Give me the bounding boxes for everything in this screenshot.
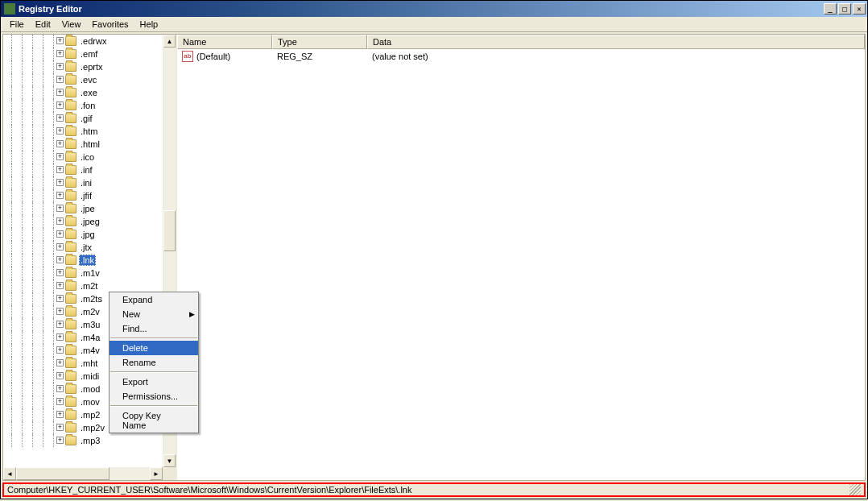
context-item-find[interactable]: Find...	[110, 321, 198, 336]
tree-node-label[interactable]: .mp2	[79, 410, 101, 420]
tree-node[interactable]: +.emf	[3, 48, 163, 60]
tree-node-label[interactable]: .midi	[79, 371, 101, 381]
expand-icon[interactable]: +	[56, 63, 64, 70]
tree-node-label[interactable]: .inf	[79, 165, 94, 175]
expand-icon[interactable]: +	[56, 114, 64, 122]
context-item-new[interactable]: New▶	[110, 307, 198, 321]
expand-icon[interactable]: +	[56, 89, 64, 96]
tree-node-label[interactable]: .m4v	[79, 346, 101, 355]
tree-node[interactable]: +.mp3	[3, 434, 163, 447]
tree-node-label[interactable]: .edrwx	[79, 36, 108, 46]
tree-node[interactable]: +.evc	[3, 73, 163, 86]
expand-icon[interactable]: +	[56, 50, 64, 57]
tree-node-label[interactable]: .jpe	[79, 204, 97, 213]
tree-node[interactable]: +.jpe	[3, 202, 163, 215]
tree-node[interactable]: +.fon	[3, 99, 163, 112]
context-item-permissions[interactable]: Permissions...	[110, 389, 198, 404]
tree-scrollbar-horizontal[interactable]: ◄ ►	[3, 467, 163, 480]
tree-node-label[interactable]: .fon	[79, 101, 97, 110]
tree-node-label[interactable]: .mov	[79, 397, 101, 407]
expand-icon[interactable]: +	[56, 269, 64, 276]
expand-icon[interactable]: +	[56, 372, 64, 379]
tree-node[interactable]: +.ico	[3, 151, 163, 164]
expand-icon[interactable]: +	[56, 385, 64, 392]
tree-node[interactable]: +.jtx	[3, 241, 163, 254]
menu-edit[interactable]: Edit	[30, 18, 56, 31]
tree-node-label[interactable]: .m2t	[79, 281, 99, 291]
tree-node-label[interactable]: .mht	[79, 358, 99, 368]
context-item-expand[interactable]: Expand	[110, 292, 198, 307]
expand-icon[interactable]: +	[56, 243, 64, 250]
expand-icon[interactable]: +	[56, 205, 64, 212]
context-item-delete[interactable]: Delete	[110, 341, 198, 355]
tree-node[interactable]: +.exe	[3, 86, 163, 99]
expand-icon[interactable]: +	[56, 295, 64, 302]
tree-node-label[interactable]: .gif	[79, 114, 94, 123]
expand-icon[interactable]: +	[56, 411, 64, 418]
expand-icon[interactable]: +	[56, 179, 64, 186]
expand-icon[interactable]: +	[56, 308, 64, 315]
menu-help[interactable]: Help	[134, 18, 164, 31]
expand-icon[interactable]: +	[56, 230, 64, 238]
tree-node-label[interactable]: .jpeg	[79, 217, 101, 226]
tree-node-label[interactable]: .m2ts	[79, 294, 104, 304]
resize-grip-icon[interactable]	[849, 484, 861, 495]
expand-icon[interactable]: +	[56, 359, 64, 366]
column-name[interactable]: Name	[177, 35, 272, 49]
context-item-export[interactable]: Export	[110, 375, 198, 389]
list-body[interactable]: ab (Default) REG_SZ (value not set)	[177, 49, 865, 480]
tree-node-label[interactable]: .jfif	[79, 191, 93, 201]
tree-node-label[interactable]: .jtx	[79, 242, 93, 252]
expand-icon[interactable]: +	[56, 333, 64, 341]
tree-node-label[interactable]: .htm	[79, 126, 99, 136]
tree-node[interactable]: +.htm	[3, 125, 163, 138]
tree-node[interactable]: +.jfif	[3, 189, 163, 202]
column-data[interactable]: Data	[367, 35, 865, 49]
tree-node-label[interactable]: .lnk	[79, 255, 96, 266]
tree-node-label[interactable]: .emf	[79, 49, 99, 59]
tree-node-label[interactable]: .m2v	[79, 307, 101, 317]
tree-node-label[interactable]: .mp2v	[79, 423, 106, 433]
tree-node[interactable]: +.jpeg	[3, 215, 163, 228]
tree-node-label[interactable]: .evc	[79, 75, 98, 85]
expand-icon[interactable]: +	[56, 424, 64, 431]
scroll-right-button[interactable]: ►	[150, 467, 163, 480]
expand-icon[interactable]: +	[56, 101, 64, 109]
tree-node-label[interactable]: .jpg	[79, 230, 97, 239]
tree-node[interactable]: +.lnk	[3, 254, 163, 267]
context-item-copykeyname[interactable]: Copy Key Name	[110, 408, 198, 433]
menu-view[interactable]: View	[56, 18, 87, 31]
expand-icon[interactable]: +	[56, 398, 64, 405]
tree-node-label[interactable]: .m4a	[79, 333, 101, 342]
maximize-button[interactable]: □	[838, 3, 851, 14]
tree-node-label[interactable]: .exe	[79, 88, 99, 97]
tree-node[interactable]: +.m2t	[3, 279, 163, 292]
expand-icon[interactable]: +	[56, 153, 64, 160]
expand-icon[interactable]: +	[56, 37, 64, 44]
titlebar[interactable]: Registry Editor _ □ ✕	[1, 1, 867, 17]
tree-node[interactable]: +.jpg	[3, 228, 163, 241]
menu-file[interactable]: File	[4, 18, 30, 31]
tree-node-label[interactable]: .html	[79, 139, 101, 149]
tree-node-label[interactable]: .mp3	[79, 436, 101, 445]
context-item-rename[interactable]: Rename	[110, 355, 198, 370]
tree-node[interactable]: +.edrwx	[3, 35, 163, 48]
expand-icon[interactable]: +	[56, 256, 64, 263]
tree-node[interactable]: +.ini	[3, 176, 163, 189]
tree-node-label[interactable]: .mod	[79, 384, 101, 394]
expand-icon[interactable]: +	[56, 76, 64, 83]
scroll-left-button[interactable]: ◄	[3, 467, 16, 480]
tree-node[interactable]: +.gif	[3, 112, 163, 125]
tree-node[interactable]: +.inf	[3, 164, 163, 176]
expand-icon[interactable]: +	[56, 166, 64, 173]
expand-icon[interactable]: +	[56, 127, 64, 135]
menu-favorites[interactable]: Favorites	[86, 18, 134, 31]
tree-node[interactable]: +.eprtx	[3, 60, 163, 73]
expand-icon[interactable]: +	[56, 346, 64, 354]
tree-node[interactable]: +.html	[3, 138, 163, 151]
close-button[interactable]: ✕	[853, 3, 866, 14]
expand-icon[interactable]: +	[56, 321, 64, 328]
column-type[interactable]: Type	[272, 35, 367, 49]
scroll-up-button[interactable]: ▲	[163, 35, 176, 48]
tree-node-label[interactable]: .m3u	[79, 320, 101, 329]
